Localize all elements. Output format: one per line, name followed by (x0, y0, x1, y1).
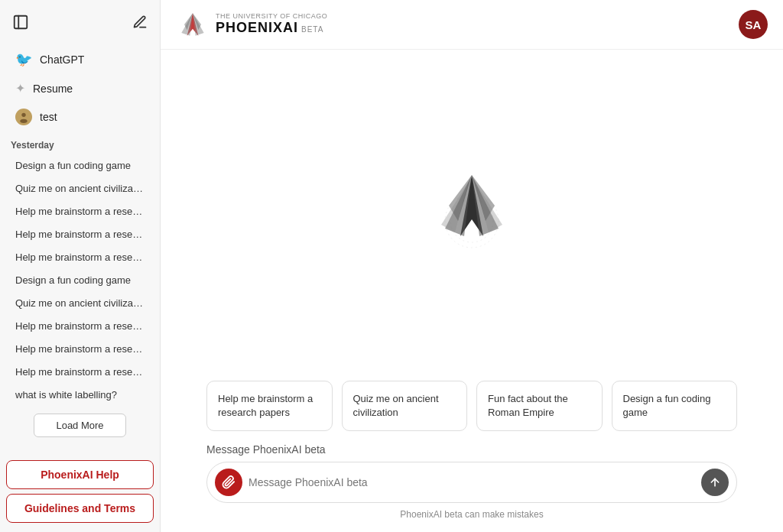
user-avatar[interactable]: SA (739, 10, 768, 39)
sidebar-item-test-label: test (40, 111, 57, 123)
sidebar-history-item[interactable]: Help me brainstorm a research (5, 246, 155, 268)
guidelines-terms-button[interactable]: Guidelines and Terms (6, 494, 154, 523)
svg-point-3 (20, 119, 27, 123)
logo-area: THE UNIVERSITY OF CHICAGO PHOENIXAIBETA (176, 8, 327, 41)
load-more-button[interactable]: Load More (34, 414, 125, 437)
disclaimer-text: PhoenixAI beta can make mistakes (400, 509, 543, 520)
phoenix-logo-large (426, 160, 518, 255)
logo-text: THE UNIVERSITY OF CHICAGO PHOENIXAIBETA (216, 13, 327, 36)
svg-rect-0 (15, 16, 28, 29)
sidebar-history-item[interactable]: Help me brainstorm a research (5, 361, 155, 383)
sidebar-item-chatgpt[interactable]: 🐦 ChatGPT (5, 45, 155, 74)
sidebar-history-item[interactable]: Quiz me on ancient civilization (5, 292, 155, 314)
suggestion-card[interactable]: Help me brainstorm a research papers (206, 381, 333, 431)
avatar-icon (15, 109, 32, 125)
input-area: Message PhoenixAI beta PhoenixAI beta ca… (206, 443, 737, 520)
sidebar-item-resume-label: Resume (33, 83, 73, 95)
main-content: THE UNIVERSITY OF CHICAGO PHOENIXAIBETA … (161, 0, 783, 532)
sidebar-history-item[interactable]: Help me brainstorm a research (5, 315, 155, 337)
app-name: PHOENIXAIBETA (216, 21, 327, 36)
phoenixai-help-button[interactable]: PhoenixAI Help (6, 460, 154, 489)
top-bar: THE UNIVERSITY OF CHICAGO PHOENIXAIBETA … (161, 0, 783, 50)
sidebar-history-item[interactable]: Help me brainstorm a research (5, 338, 155, 360)
sidebar-history-item[interactable]: Help me brainstorm a research (5, 200, 155, 222)
sidebar-history-item[interactable]: Design a fun coding game (5, 269, 155, 291)
sidebar-item-resume[interactable]: ✦ Resume (5, 75, 155, 102)
suggestion-card[interactable]: Quiz me on ancient civilization (342, 381, 468, 431)
history-list: Design a fun coding gameQuiz me on ancie… (0, 154, 160, 406)
svg-point-2 (21, 113, 25, 117)
sidebar-header (0, 0, 160, 41)
sidebar-history-item[interactable]: Quiz me on ancient civilization (5, 177, 155, 200)
toggle-sidebar-button[interactable] (9, 11, 32, 34)
sparkle-icon: ✦ (15, 81, 25, 96)
phoenix-logo-center (426, 65, 518, 350)
send-button[interactable] (701, 469, 729, 496)
sidebar-history-item[interactable]: Design a fun coding game (5, 154, 155, 177)
chat-area: Help me brainstorm a research papersQuiz… (161, 50, 783, 532)
suggestion-card[interactable]: Fun fact about the Roman Empire (476, 381, 603, 431)
suggestion-card[interactable]: Design a fun coding game (612, 381, 738, 431)
message-label: Message PhoenixAI beta (206, 443, 326, 456)
phoenix-logo-icon (176, 8, 210, 41)
message-input[interactable] (249, 476, 695, 488)
attach-button[interactable] (215, 469, 242, 496)
sidebar-section-yesterday: Yesterday (0, 132, 160, 154)
sidebar: 🐦 ChatGPT ✦ Resume test Yesterday Design… (0, 0, 161, 532)
sidebar-history-item[interactable]: what is white labelling? (5, 384, 155, 406)
suggestion-cards: Help me brainstorm a research papersQuiz… (206, 381, 737, 431)
sidebar-item-test[interactable]: test (5, 102, 155, 131)
sidebar-footer: PhoenixAI Help Guidelines and Terms (0, 454, 160, 532)
bird-icon: 🐦 (15, 51, 32, 68)
sidebar-items: 🐦 ChatGPT ✦ Resume test Yesterday Design… (0, 41, 160, 454)
sidebar-item-chatgpt-label: ChatGPT (40, 54, 84, 66)
new-chat-button[interactable] (129, 11, 151, 33)
input-box (206, 462, 737, 503)
sidebar-history-item[interactable]: Help me brainstorm a research (5, 223, 155, 245)
